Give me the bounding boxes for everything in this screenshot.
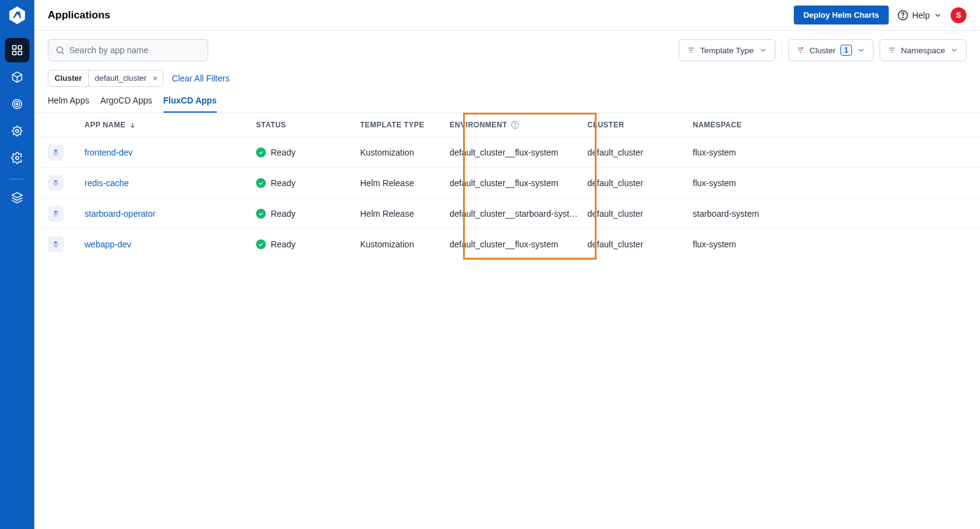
user-avatar[interactable]: S — [951, 7, 967, 23]
template-type-cell: Helm Release — [360, 178, 450, 188]
sort-icon — [129, 122, 136, 129]
namespace-cell: starboard-system — [693, 209, 925, 219]
cluster-cell: default_cluster — [587, 239, 693, 249]
environment-cell: default_cluster__flux-system — [450, 239, 587, 249]
svg-rect-0 — [13, 46, 17, 50]
applications-table: App Name Status Template Type Environmen… — [34, 113, 980, 259]
svg-rect-3 — [18, 51, 22, 55]
filter-cluster[interactable]: Cluster 1 — [788, 39, 873, 61]
help-label: Help — [912, 10, 930, 20]
sidebar-item-applications[interactable] — [5, 38, 29, 62]
svg-line-13 — [62, 52, 64, 54]
filter-icon — [888, 46, 896, 54]
toolbar-divider — [782, 43, 782, 58]
status-cell: Ready — [256, 239, 360, 249]
svg-point-6 — [17, 103, 18, 105]
table-row[interactable]: starboard-operatorReadyHelm Releasedefau… — [34, 198, 980, 228]
chevron-down-icon — [857, 46, 865, 54]
filter-cluster-label: Cluster — [810, 46, 836, 55]
search-icon — [55, 45, 65, 55]
sidebar-item-target[interactable] — [5, 92, 29, 116]
help-icon[interactable] — [511, 121, 519, 129]
chevron-down-icon — [759, 46, 767, 54]
svg-point-12 — [57, 47, 62, 53]
sidebar — [0, 0, 34, 529]
chevron-down-icon — [950, 46, 959, 54]
svg-point-7 — [13, 127, 21, 135]
col-environment: Environment — [450, 121, 587, 129]
app-type-icon — [48, 144, 64, 160]
tab-fluxcd-apps[interactable]: FluxCD Apps — [164, 96, 217, 113]
filter-template-type[interactable]: Template Type — [679, 39, 775, 61]
active-filter-chips: Cluster default_cluster × Clear All Filt… — [34, 61, 980, 87]
cluster-cell: default_cluster — [587, 209, 693, 219]
chip-value: default_cluster — [89, 70, 152, 86]
sidebar-item-helm[interactable] — [5, 119, 29, 143]
filter-namespace[interactable]: Namespace — [880, 39, 967, 61]
svg-point-8 — [16, 130, 19, 133]
template-type-cell: Kustomization — [360, 239, 450, 249]
page-title: Applications — [48, 9, 110, 21]
app-name-link[interactable]: redis-cache — [85, 178, 256, 188]
filter-template-type-label: Template Type — [700, 46, 754, 55]
sidebar-item-layers[interactable] — [5, 186, 29, 210]
template-type-cell: Helm Release — [360, 209, 450, 219]
environment-cell: default_cluster__flux-system — [450, 178, 587, 188]
chip-key: Cluster — [48, 70, 89, 86]
cluster-cell: default_cluster — [587, 178, 693, 188]
sidebar-item-cube[interactable] — [5, 65, 29, 89]
deploy-helm-button[interactable]: Deploy Helm Charts — [794, 6, 889, 24]
status-cell: Ready — [256, 209, 360, 219]
col-namespace: Namespace — [693, 121, 925, 129]
status-cell: Ready — [256, 148, 360, 157]
svg-point-20 — [801, 47, 802, 48]
filter-namespace-label: Namespace — [901, 46, 945, 55]
filter-chip-cluster: Cluster default_cluster × — [48, 70, 164, 87]
table-row[interactable]: frontend-devReadyKustomizationdefault_cl… — [34, 137, 980, 167]
app-tabs: Helm Apps ArgoCD Apps FluxCD Apps — [34, 87, 980, 113]
tab-argocd-apps[interactable]: ArgoCD Apps — [100, 96, 153, 113]
svg-rect-2 — [13, 51, 17, 55]
app-type-icon — [48, 175, 64, 191]
app-name-link[interactable]: webapp-dev — [85, 239, 256, 249]
sidebar-item-settings[interactable] — [5, 146, 29, 170]
svg-point-9 — [16, 157, 19, 160]
table-row[interactable]: redis-cacheReadyHelm Releasedefault_clus… — [34, 167, 980, 198]
status-ready-icon — [256, 209, 266, 219]
filter-icon — [796, 46, 805, 54]
chip-remove-button[interactable]: × — [151, 73, 162, 83]
svg-point-26 — [514, 126, 515, 127]
tab-helm-apps[interactable]: Helm Apps — [48, 96, 89, 113]
svg-point-11 — [903, 17, 903, 18]
status-cell: Ready — [256, 178, 360, 188]
namespace-cell: flux-system — [693, 178, 925, 188]
status-ready-icon — [256, 178, 266, 188]
table-row[interactable]: webapp-devReadyKustomizationdefault_clus… — [34, 228, 980, 259]
cluster-cell: default_cluster — [587, 148, 693, 157]
filter-icon — [687, 46, 695, 54]
status-ready-icon — [256, 239, 266, 249]
col-cluster: Cluster — [587, 121, 693, 129]
namespace-cell: flux-system — [693, 239, 925, 249]
page-header: Applications Deploy Helm Charts Help S — [34, 0, 980, 31]
help-menu[interactable]: Help — [897, 10, 942, 21]
col-app-name[interactable]: App Name — [85, 121, 256, 129]
search-input[interactable] — [48, 39, 208, 61]
environment-cell: default_cluster__flux-system — [450, 148, 587, 157]
app-type-icon — [48, 206, 64, 222]
namespace-cell: flux-system — [693, 148, 925, 157]
table-header: App Name Status Template Type Environmen… — [34, 113, 980, 137]
app-type-icon — [48, 236, 64, 252]
app-name-link[interactable]: starboard-operator — [85, 209, 256, 219]
environment-cell: default_cluster__starboard-syst… — [450, 209, 587, 219]
status-ready-icon — [256, 148, 266, 157]
svg-rect-1 — [18, 46, 22, 50]
toolbar: Template Type Cluster 1 Namespace — [34, 31, 980, 61]
template-type-cell: Kustomization — [360, 148, 450, 157]
col-status: Status — [256, 121, 360, 129]
filter-cluster-count: 1 — [840, 45, 852, 56]
col-template-type: Template Type — [360, 121, 450, 129]
app-name-link[interactable]: frontend-dev — [85, 148, 256, 157]
clear-all-filters-link[interactable]: Clear All Filters — [172, 73, 230, 83]
sidebar-divider — [10, 179, 24, 179]
